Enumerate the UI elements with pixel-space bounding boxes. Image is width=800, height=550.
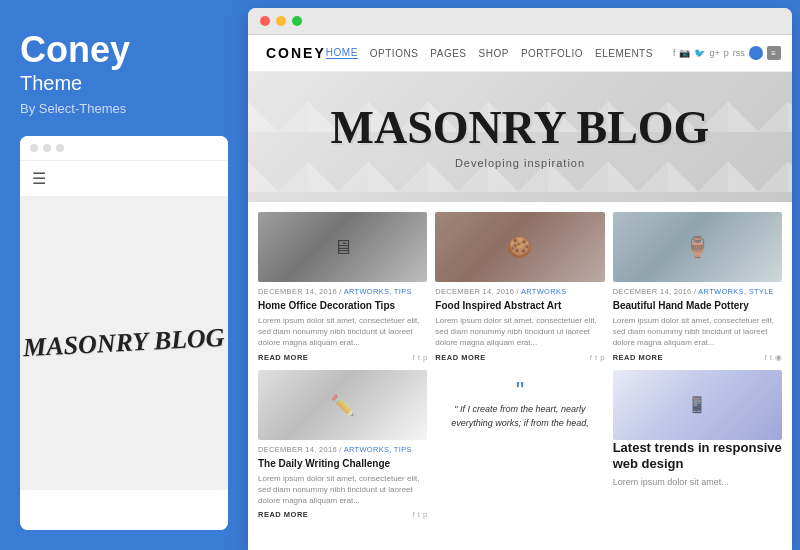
facebook-icon[interactable]: f (673, 48, 676, 58)
latest-title: Latest trends in responsive web design (613, 440, 782, 474)
nav-elements[interactable]: ELEMENTS (595, 48, 653, 59)
card-categories-2: ARTWORKS (521, 287, 567, 296)
theme-subtitle: Theme (20, 72, 228, 95)
mobile-dot-3 (56, 144, 64, 152)
coney-title: Coney (20, 30, 228, 70)
card-social-1: f t p (412, 353, 427, 362)
card-meta-4: DECEMBER 14, 2016 / ARTWORKS, TIPS (258, 445, 427, 454)
menu-icon[interactable]: ≡ (767, 46, 781, 60)
browser-content: CONEY HOME OPTIONS PAGES SHOP PORTFOLIO … (248, 35, 792, 550)
fb-share-2[interactable]: f (590, 353, 592, 362)
google-icon[interactable]: g+ (709, 48, 719, 58)
browser-close-dot[interactable] (260, 16, 270, 26)
twitter-icon[interactable]: 🐦 (694, 48, 705, 58)
card-meta-2: DECEMBER 14, 2016 / ARTWORKS (435, 287, 604, 296)
rss-icon[interactable]: rss (733, 48, 745, 58)
blog-card-quote: " " If I create from the heart, nearly e… (435, 370, 604, 520)
card-image-latest (613, 370, 782, 440)
browser-window: CONEY HOME OPTIONS PAGES SHOP PORTFOLIO … (248, 8, 792, 550)
tw-share-3[interactable]: t (770, 353, 772, 362)
blog-card-latest: Latest trends in responsive web design L… (613, 370, 782, 520)
blog-card-4: DECEMBER 14, 2016 / ARTWORKS, TIPS The D… (258, 370, 427, 520)
blog-card-1: DECEMBER 14, 2016 / ARTWORKS, TIPS Home … (258, 212, 427, 362)
read-more-1[interactable]: READ MORE (258, 353, 308, 362)
card-footer-1: READ MORE f t p (258, 353, 427, 362)
hamburger-icon[interactable]: ☰ (32, 169, 46, 188)
pin-share-2[interactable]: p (600, 353, 604, 362)
quote-text: " If I create from the heart, nearly eve… (445, 403, 594, 430)
site-header: CONEY HOME OPTIONS PAGES SHOP PORTFOLIO … (248, 35, 792, 72)
left-panel: Coney Theme By Select-Themes ☰ CONEY MAS… (0, 0, 248, 550)
card-title-4: The Daily Writing Challenge (258, 457, 427, 470)
nav-pages[interactable]: PAGES (430, 48, 466, 59)
blog-card-2: DECEMBER 14, 2016 / ARTWORKS Food Inspir… (435, 212, 604, 362)
read-more-3[interactable]: READ MORE (613, 353, 663, 362)
card-title-3: Beautiful Hand Made Pottery (613, 299, 782, 312)
fb-share-1[interactable]: f (412, 353, 414, 362)
browser-max-dot[interactable] (292, 16, 302, 26)
pin-share-1[interactable]: p (423, 353, 427, 362)
card-image-3 (613, 212, 782, 282)
card-excerpt-2: Lorem ipsum dolor sit amet, consectetuer… (435, 315, 604, 349)
card-social-3: f t ◉ (765, 353, 782, 362)
card-date-4: DECEMBER 14, 2016 (258, 445, 337, 454)
card-date-3: DECEMBER 14, 2016 (613, 287, 692, 296)
card-excerpt-4: Lorem ipsum dolor sit amet, consectetuer… (258, 473, 427, 507)
blog-grid: DECEMBER 14, 2016 / ARTWORKS, TIPS Home … (248, 202, 792, 529)
card-social-2: f t p (590, 353, 605, 362)
card-meta-3: DECEMBER 14, 2016 / ARTWORKS, STYLE (613, 287, 782, 296)
card-social-4: f t p (412, 510, 427, 519)
pin-share-3[interactable]: ◉ (775, 353, 782, 362)
mobile-dot-2 (43, 144, 51, 152)
card-meta-1: DECEMBER 14, 2016 / ARTWORKS, TIPS (258, 287, 427, 296)
nav-home[interactable]: HOME (326, 47, 358, 59)
site-nav: HOME OPTIONS PAGES SHOP PORTFOLIO ELEMEN… (326, 46, 781, 60)
user-avatar-icon[interactable] (749, 46, 763, 60)
nav-shop[interactable]: SHOP (479, 48, 509, 59)
card-footer-3: READ MORE f t ◉ (613, 353, 782, 362)
mobile-bottom-strip (20, 490, 228, 530)
card-excerpt-1: Lorem ipsum dolor sit amet, consectetuer… (258, 315, 427, 349)
site-logo: CONEY (266, 45, 326, 61)
pinterest-icon[interactable]: p (724, 48, 729, 58)
fb-share-4[interactable]: f (412, 510, 414, 519)
browser-min-dot[interactable] (276, 16, 286, 26)
instagram-icon[interactable]: 📷 (679, 48, 690, 58)
fb-share-3[interactable]: f (765, 353, 767, 362)
card-categories-1: ARTWORKS, TIPS (344, 287, 412, 296)
read-more-2[interactable]: READ MORE (435, 353, 485, 362)
blog-card-3: DECEMBER 14, 2016 / ARTWORKS, STYLE Beau… (613, 212, 782, 362)
byline-text: By Select-Themes (20, 101, 228, 116)
card-footer-2: READ MORE f t p (435, 353, 604, 362)
card-image-2 (435, 212, 604, 282)
quote-mark: " (445, 379, 594, 403)
card-categories-4: ARTWORKS, TIPS (344, 445, 412, 454)
nav-options[interactable]: OPTIONS (370, 48, 419, 59)
mobile-dot-1 (30, 144, 38, 152)
mobile-brand: CONEY (56, 170, 111, 186)
tw-share-2[interactable]: t (595, 353, 597, 362)
hero-section: MASONRY BLOG Developing inspiration (248, 72, 792, 202)
nav-social-icons: f 📷 🐦 g+ p rss ≡ (673, 46, 781, 60)
hero-title: MASONRY BLOG (331, 105, 710, 151)
browser-chrome (248, 8, 792, 35)
card-excerpt-3: Lorem ipsum dolor sit amet, consectetuer… (613, 315, 782, 349)
tw-share-1[interactable]: t (418, 353, 420, 362)
read-more-4[interactable]: READ MORE (258, 510, 308, 519)
card-image-4 (258, 370, 427, 440)
card-image-quote: " " If I create from the heart, nearly e… (435, 370, 604, 440)
mobile-top-bar (20, 136, 228, 161)
pin-share-4[interactable]: p (423, 510, 427, 519)
mobile-content: MASONRY BLOG (20, 197, 228, 490)
card-title-2: Food Inspired Abstract Art (435, 299, 604, 312)
mobile-mockup: ☰ CONEY MASONRY BLOG (20, 136, 228, 530)
latest-subtitle: Lorem ipsum dolor sit amet... (613, 477, 782, 487)
card-title-1: Home Office Decoration Tips (258, 299, 427, 312)
nav-portfolio[interactable]: PORTFOLIO (521, 48, 583, 59)
card-date-1: DECEMBER 14, 2016 (258, 287, 337, 296)
hero-subtitle: Developing inspiration (455, 157, 585, 169)
mobile-hero-text: MASONRY BLOG (23, 323, 226, 364)
tw-share-4[interactable]: t (418, 510, 420, 519)
theme-title: Coney Theme By Select-Themes (20, 30, 228, 136)
card-date-2: DECEMBER 14, 2016 (435, 287, 514, 296)
